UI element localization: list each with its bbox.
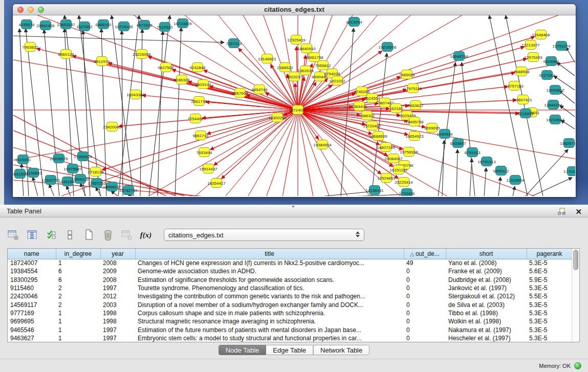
table-cell[interactable]: 2 (56, 292, 100, 300)
graph-node[interactable]: 11451944 (62, 177, 73, 186)
graph-node[interactable]: 9329966 (546, 56, 557, 66)
graph-node[interactable]: 16151152 (393, 165, 404, 174)
table-row[interactable]: 969969511998Structural magnetic resonanc… (8, 317, 572, 325)
table-cell[interactable]: Nakamura et al. (1997) (446, 325, 527, 334)
table-cell[interactable]: 0 (404, 292, 446, 300)
graph-node[interactable]: 162160 (390, 103, 402, 113)
graph-node[interactable]: 6791913 (467, 147, 478, 157)
table-scrollbar[interactable] (572, 249, 579, 342)
table-cell[interactable]: 5.3E-5 (527, 284, 572, 292)
column-header-short[interactable]: short (446, 249, 527, 259)
table-cell[interactable]: 1997 (100, 334, 135, 342)
graph-node[interactable]: 18807249 (380, 142, 391, 152)
graph-node[interactable]: 1440934 (439, 129, 450, 139)
create-table-icon[interactable] (83, 229, 95, 241)
graph-node[interactable]: 16210643 (550, 115, 561, 124)
graph-node[interactable]: 9242848 (192, 62, 203, 72)
graph-node[interactable]: 12524851 (381, 173, 392, 183)
graph-node[interactable]: 15720407 (366, 121, 378, 130)
graph-node[interactable]: 16543382 (130, 90, 141, 99)
table-cell[interactable]: 5.5E-5 (527, 292, 572, 300)
graph-node[interactable]: 10607421 (517, 95, 529, 104)
graph-node[interactable]: 16354417 (211, 178, 222, 188)
graph-node[interactable]: 16654923 (409, 131, 420, 141)
graph-node[interactable]: 2388520 (279, 62, 291, 72)
graph-node[interactable]: 1527602 (79, 21, 90, 31)
table-cell[interactable]: 1 (56, 317, 100, 325)
graph-node[interactable]: 12975493 (528, 52, 539, 62)
table-cell[interactable]: Disruption of a novel member of a sodium… (135, 300, 404, 309)
table-cell[interactable]: 1 (56, 325, 100, 334)
graph-node[interactable]: 7485063 (401, 70, 412, 79)
table-cell[interactable]: 2009 (100, 267, 135, 275)
graph-node[interactable]: 8186328 (176, 75, 187, 84)
graph-node[interactable]: 2861713 (193, 96, 205, 106)
table-cell[interactable]: Structural magnetic resonance image aver… (135, 317, 404, 325)
graph-node[interactable]: 10975887 (67, 164, 78, 173)
table-cell[interactable]: 5.3E-5 (527, 300, 572, 309)
graph-node[interactable]: 16033809 (177, 18, 188, 28)
column-header-in_degree[interactable]: in_degree (56, 249, 100, 259)
graph-node[interactable]: 15751074 (556, 41, 567, 51)
graph-node[interactable]: 7515520 (159, 22, 170, 32)
graph-node[interactable]: 3624554 (366, 93, 378, 103)
table-cell[interactable]: 2 (56, 284, 100, 292)
graph-node[interactable]: 8215953 (520, 108, 531, 118)
graph-node[interactable]: 19146821 (262, 54, 273, 63)
table-cell[interactable]: 2012 (100, 292, 135, 300)
graph-node[interactable]: 3911591 (14, 169, 26, 179)
table-cell[interactable]: 1 (56, 259, 100, 267)
graph-node[interactable]: 2718126 (90, 167, 101, 177)
table-cell[interactable]: 9777169 (8, 309, 56, 317)
graph-node[interactable]: 10653287 (60, 19, 72, 29)
table-cell[interactable]: 1998 (100, 317, 135, 325)
table-cell[interactable]: 1 (56, 334, 100, 342)
graph-node[interactable]: 7254402 (190, 114, 201, 123)
graph-node[interactable]: 9861713 (195, 130, 206, 140)
table-cell[interactable]: Investigating the contribution of common… (135, 292, 404, 300)
table-cell[interactable]: Genome-wide association studies in ADHD. (135, 267, 404, 275)
table-row[interactable]: 1456911722003Disruption of a novel membe… (8, 300, 572, 309)
graph-node[interactable]: 18300295 (272, 113, 283, 122)
graph-node[interactable]: 9450122 (495, 166, 507, 176)
table-cell[interactable]: Jankovic et al. (1997) (446, 284, 527, 292)
table-scrollbar-thumb[interactable] (573, 250, 578, 270)
table-row[interactable]: 946362711997Embryonic stem cells: a mode… (8, 334, 572, 342)
graph-node[interactable]: 14136141 (369, 185, 380, 195)
table-cell[interactable]: 5.3E-5 (527, 317, 572, 325)
graph-node[interactable]: 18757153 (509, 81, 520, 91)
graph-node[interactable]: 20206576 (53, 154, 64, 163)
graph-node[interactable]: 20691406 (40, 20, 51, 30)
table-cell[interactable]: Corpus callosum shape and size in male p… (135, 309, 404, 317)
network-canvas[interactable]: 1872400779638228960128891297423226058982… (13, 15, 575, 196)
graph-node[interactable]: 9699695 (426, 123, 438, 133)
graph-node[interactable]: 12103054 (510, 175, 521, 185)
table-cell[interactable]: 5.6E-5 (527, 267, 572, 275)
graph-node[interactable]: 20084067 (388, 154, 399, 163)
select-all-rows-icon[interactable] (45, 229, 57, 241)
graph-node[interactable]: 1364436 (354, 101, 365, 111)
column-header-year[interactable]: year (100, 249, 135, 259)
graph-node[interactable]: 12325419 (291, 35, 302, 45)
graph-node[interactable]: 13505135 (75, 174, 86, 184)
graph-node[interactable]: 1733426 (401, 188, 412, 196)
table-cell[interactable]: 0 (404, 284, 446, 292)
table-cell[interactable]: Embryonic stem cells: a model to study s… (135, 334, 404, 342)
table-cell[interactable]: 18724007 (8, 259, 56, 267)
table-cell[interactable]: 1 (56, 309, 100, 317)
graph-node[interactable]: 10826770 (563, 138, 575, 148)
graph-node[interactable]: 17957253 (91, 178, 102, 188)
graph-node[interactable]: 9827508 (160, 62, 171, 72)
network-window[interactable]: citations_edges.txt 18724007796382289601… (13, 4, 576, 197)
graph-node[interactable]: 9227342 (541, 70, 553, 80)
graph-node[interactable]: 6933847 (452, 138, 464, 148)
column-header-pagerank[interactable]: pagerank (527, 249, 572, 259)
column-header-out_de[interactable]: △out_de... (404, 249, 446, 259)
table-row[interactable]: 2242004622012Investigating the contribut… (8, 292, 572, 300)
network-window-titlebar[interactable]: citations_edges.txt (13, 4, 576, 15)
graph-node[interactable]: 16958107 (106, 182, 118, 191)
graph-node[interactable]: 23420046 (106, 122, 118, 132)
graph-node[interactable]: 1362615 (300, 65, 311, 75)
graph-node[interactable]: 10807487 (379, 98, 390, 107)
table-row[interactable]: 911546021997Tourette syndrome. Phenomeno… (8, 284, 572, 292)
